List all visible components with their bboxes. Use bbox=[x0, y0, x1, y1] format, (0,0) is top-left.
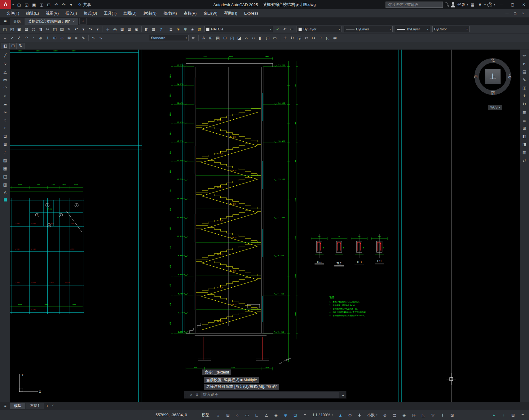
doc-restore-button[interactable]: ▢ bbox=[511, 10, 519, 17]
dim-diameter-icon[interactable]: ⌀ bbox=[37, 34, 44, 41]
layer-freeze-icon[interactable]: ❄ bbox=[182, 26, 189, 33]
layer-on-icon[interactable]: ☀ bbox=[175, 26, 182, 33]
attribute-icon[interactable]: ◪ bbox=[236, 34, 243, 41]
cart-icon[interactable]: ▦ bbox=[469, 1, 476, 8]
orbit-icon[interactable]: ◉ bbox=[133, 26, 140, 33]
drawing-area[interactable]: 400040006000400016503300165025.750165024… bbox=[10, 50, 520, 402]
dim-linear-icon[interactable]: ↔ bbox=[2, 34, 8, 41]
cut-icon[interactable]: ✂ bbox=[44, 26, 51, 33]
layer-states-icon[interactable]: ≔ bbox=[289, 26, 295, 33]
polyline-tool-icon[interactable]: ∿ bbox=[2, 60, 9, 67]
units-button[interactable]: 小数▾ bbox=[365, 413, 380, 418]
viewcube-north[interactable]: 北 bbox=[491, 57, 495, 63]
gradient-tool-icon[interactable]: ▦ bbox=[2, 165, 9, 172]
region-tool-icon[interactable]: ◰ bbox=[2, 173, 9, 180]
plot-icon[interactable]: ⊟ bbox=[23, 26, 30, 33]
open-icon[interactable]: ◱ bbox=[9, 26, 15, 33]
array-tool-icon[interactable]: ▦ bbox=[521, 108, 528, 115]
layers-panel-icon[interactable]: ≣ bbox=[521, 117, 528, 123]
dim-radius-icon[interactable]: ◔ bbox=[30, 34, 37, 41]
dim-edit-icon[interactable]: ✎ bbox=[80, 34, 87, 41]
ortho-icon[interactable]: ∟ bbox=[252, 411, 261, 419]
isolate-icon[interactable]: ◎ bbox=[409, 411, 418, 419]
layer-combo[interactable]: HATCH▾ bbox=[204, 26, 273, 32]
close-button[interactable]: ✕ bbox=[518, 0, 529, 9]
revcloud-tool-icon[interactable]: ☁ bbox=[2, 100, 9, 107]
chat-icon[interactable]: ● bbox=[489, 411, 498, 419]
measure-icon[interactable]: ⌀ bbox=[521, 60, 528, 67]
block-make-tool-icon[interactable]: ⊞ bbox=[2, 141, 9, 148]
zoom-realtime-icon[interactable]: ◎ bbox=[112, 26, 118, 33]
menu-view[interactable]: 视图(V) bbox=[42, 9, 62, 17]
menu-modify[interactable]: 修改(M) bbox=[160, 9, 180, 17]
multileader-icon[interactable]: ↖ bbox=[90, 34, 97, 41]
pan-icon[interactable]: ✛ bbox=[104, 26, 111, 33]
tab-drawing[interactable]: 某框架综合楼结构设计图* ✕ bbox=[24, 18, 78, 25]
menu-parametric[interactable]: 参数(P) bbox=[180, 9, 200, 17]
region-icon[interactable]: ◧ bbox=[257, 34, 264, 41]
drawing-canvas[interactable]: 400040006000400016503300165025.750165024… bbox=[10, 50, 520, 402]
center-mark-icon[interactable]: ⊕ bbox=[59, 34, 65, 41]
ellipse-arc-tool-icon[interactable]: ◜ bbox=[2, 125, 9, 131]
circle-tool-icon[interactable]: ○ bbox=[2, 92, 9, 99]
undo-dropdown-icon[interactable]: ▾ bbox=[80, 26, 87, 33]
file-tabs-menu-icon[interactable]: ≡ bbox=[1, 18, 10, 25]
table-tool-icon[interactable]: ▥ bbox=[2, 181, 9, 188]
command-recent-icon[interactable]: ▲ bbox=[340, 393, 346, 396]
menu-express[interactable]: Express bbox=[241, 9, 262, 17]
gizmo-icon[interactable]: ✛ bbox=[438, 411, 447, 419]
redo-dropdown-icon[interactable]: ▾ bbox=[94, 26, 101, 33]
menu-edit[interactable]: 编辑(E) bbox=[23, 9, 42, 17]
model-paper-toggle[interactable]: 模型 bbox=[198, 413, 213, 418]
text-style-combo[interactable]: Standard▾ bbox=[149, 35, 189, 41]
lock-ui-icon[interactable]: ◈ bbox=[399, 411, 408, 419]
grid-icon[interactable]: # bbox=[214, 411, 223, 419]
point-icon[interactable]: ∴ bbox=[243, 34, 250, 41]
edit-polyline-icon[interactable]: ✏ bbox=[521, 52, 528, 59]
infer-icon[interactable]: ◇ bbox=[233, 411, 242, 419]
viewcube[interactable]: 北 南 西 东 上 bbox=[473, 57, 512, 96]
maximize-button[interactable]: ▢ bbox=[507, 0, 518, 9]
palette-color-swatch[interactable] bbox=[4, 198, 7, 201]
open-icon[interactable]: ◱ bbox=[23, 1, 30, 8]
viewports-icon[interactable]: ▦ bbox=[150, 26, 157, 33]
color-combo[interactable]: ByLayer▾ bbox=[297, 26, 342, 32]
user-icon[interactable] bbox=[450, 2, 456, 8]
table-icon[interactable]: ⊞ bbox=[207, 34, 214, 41]
tab-close-icon[interactable]: ✕ bbox=[73, 20, 75, 23]
command-close-icon[interactable]: ✕ bbox=[188, 393, 194, 397]
tab-start[interactable]: 开始 bbox=[10, 18, 24, 25]
menu-file[interactable]: 文件(F) bbox=[3, 9, 23, 17]
polygon-tool-icon[interactable]: △ bbox=[2, 68, 9, 75]
rotate-tool-icon[interactable]: ↻ bbox=[521, 100, 528, 107]
isodraft-icon[interactable]: ◈ bbox=[271, 411, 280, 419]
annotation-edit-icon[interactable]: ✏ bbox=[190, 34, 197, 41]
spline-tool-icon[interactable]: ∾ bbox=[2, 108, 9, 115]
fillet-icon[interactable]: ◝ bbox=[317, 34, 324, 41]
filter-icon[interactable]: ▽ bbox=[428, 411, 437, 419]
redo-icon[interactable]: ↷ bbox=[87, 26, 94, 33]
move-icon[interactable]: ✛ bbox=[282, 34, 289, 41]
osnap-icon[interactable]: ⊡ bbox=[291, 411, 300, 419]
doc-close-button[interactable]: ✕ bbox=[519, 10, 527, 17]
layer-color-icon[interactable]: ▧ bbox=[196, 26, 203, 33]
command-customize-icon[interactable]: ⚙ bbox=[194, 393, 200, 397]
xref-icon[interactable]: ⊡ bbox=[9, 43, 17, 49]
tolerance-icon[interactable]: ⊞ bbox=[51, 34, 58, 41]
wipeout-icon[interactable]: ▭ bbox=[271, 34, 278, 41]
divide-icon[interactable]: ∷ bbox=[250, 34, 257, 41]
gear-icon[interactable]: ⚙ bbox=[346, 411, 355, 419]
layout-menu-icon[interactable]: ≡ bbox=[1, 402, 9, 410]
plot-icon[interactable]: ⊟ bbox=[46, 1, 52, 8]
arc-tool-icon[interactable]: ◠ bbox=[2, 84, 9, 91]
hatch-tool-icon[interactable]: ▨ bbox=[2, 157, 9, 164]
command-grip-icon[interactable]: ⋮⋮ bbox=[184, 393, 188, 396]
boundary-icon[interactable]: ▢ bbox=[264, 34, 271, 41]
menu-format[interactable]: 格式(O) bbox=[80, 9, 100, 17]
viewcube-south[interactable]: 南 bbox=[491, 90, 495, 96]
clean-screen-icon[interactable]: ⊠ bbox=[447, 411, 456, 419]
minimize-button[interactable]: — bbox=[496, 0, 507, 9]
help-icon[interactable]: ? bbox=[487, 2, 492, 7]
mirror-icon[interactable]: ⇄ bbox=[332, 34, 338, 41]
login-button[interactable]: 登录 bbox=[456, 2, 466, 7]
